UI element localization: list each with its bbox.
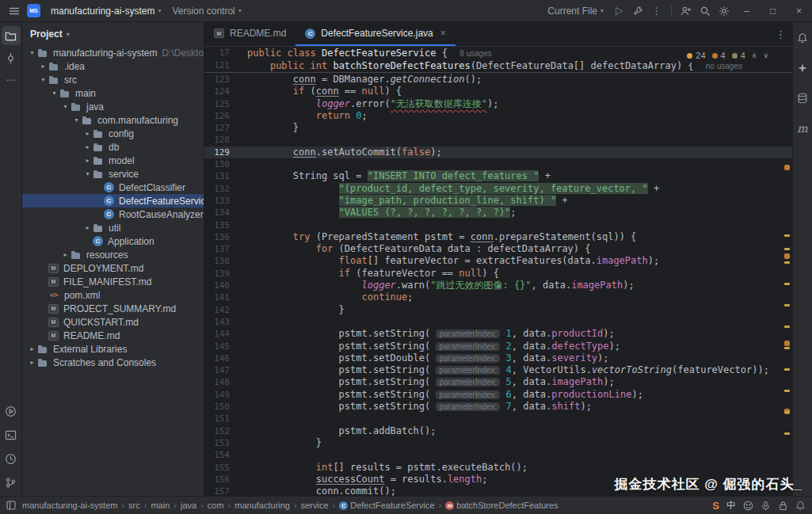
line-number[interactable]: 141	[204, 291, 239, 303]
inspection-count[interactable]: 24	[687, 51, 705, 60]
ime-indicator[interactable]: S	[712, 500, 719, 512]
breadcrumb-com[interactable]: com	[208, 501, 224, 510]
search-icon[interactable]	[696, 2, 715, 21]
tree-item-readme-md[interactable]: MREADME.md	[22, 329, 204, 342]
line-number[interactable]: 153	[204, 437, 239, 449]
more-tool-windows-icon[interactable]: ⋯	[2, 70, 21, 89]
terminal-tool-icon[interactable]	[2, 425, 21, 444]
line-number[interactable]: 139	[204, 268, 239, 280]
code-line-142[interactable]: 142 }	[204, 304, 792, 316]
tree-item-defectclassifier[interactable]: CDefectClassifier	[22, 181, 204, 194]
run-icon[interactable]	[609, 2, 628, 21]
tree-item-rootcauseanalyzer[interactable]: CRootCauseAnalyzer	[22, 208, 204, 221]
tab-options-icon[interactable]: ⋮	[776, 29, 786, 40]
menu-icon[interactable]	[5, 2, 24, 21]
code-line-130[interactable]: 130	[204, 158, 792, 170]
line-number[interactable]: 145	[204, 341, 239, 352]
breadcrumb-manufacturing-ai-system[interactable]: manufacturing-ai-system	[22, 501, 117, 510]
code-line-149[interactable]: 149 pstmt.setString( parameterIndex: 6, …	[204, 389, 792, 401]
code-line-145[interactable]: 145 pstmt.setString( parameterIndex: 2, …	[204, 341, 792, 352]
line-number[interactable]: 133	[204, 195, 239, 207]
tree-item-resources[interactable]: ▸resources	[22, 248, 204, 261]
code-line-155[interactable]: 155 int[] results = pstmt.executeBatch()…	[204, 462, 792, 474]
line-number[interactable]: 150	[204, 401, 239, 413]
line-number[interactable]: 131	[204, 170, 239, 182]
line-number[interactable]: 124	[204, 86, 239, 97]
line-number[interactable]: 146	[204, 352, 239, 364]
code-line-150[interactable]: 150 pstmt.setString( parameterIndex: 7, …	[204, 401, 792, 413]
tree-item-external-libraries[interactable]: ▸External Libraries	[22, 342, 204, 356]
breadcrumb-service[interactable]: service	[301, 501, 329, 510]
tree-item-src[interactable]: ▾src	[22, 73, 204, 86]
code-line-152[interactable]: 152 pstmt.addBatch();	[204, 425, 792, 437]
line-number[interactable]: 143	[204, 316, 239, 328]
services-tool-icon[interactable]	[2, 402, 21, 421]
code-line-124[interactable]: 124 if (conn == null) {	[204, 86, 792, 97]
language-indicator[interactable]: 中	[726, 499, 736, 512]
database-tool-icon[interactable]	[793, 89, 812, 108]
line-number[interactable]: 123	[204, 74, 239, 86]
lock-icon[interactable]	[778, 501, 788, 511]
line-number[interactable]: 17	[204, 47, 239, 59]
chevron-collapsed-icon[interactable]: ▸	[60, 251, 71, 258]
tree-item-model[interactable]: ▸model	[22, 154, 204, 167]
ai-assistant-icon[interactable]	[793, 59, 812, 78]
line-number[interactable]: 151	[204, 413, 239, 425]
code-line-137[interactable]: 137 for (DefectFeatureData data : defect…	[204, 243, 792, 255]
maven-tool-icon[interactable]: m	[793, 119, 812, 138]
next-problem-icon[interactable]: ∨	[763, 51, 768, 59]
chevron-collapsed-icon[interactable]: ▸	[27, 359, 37, 366]
line-number[interactable]: 140	[204, 280, 239, 291]
version-control-selector[interactable]: Version control ▾	[166, 3, 246, 19]
code-line-154[interactable]: 154	[204, 449, 792, 461]
line-number[interactable]: 137	[204, 243, 239, 255]
line-number[interactable]: 148	[204, 376, 239, 388]
chevron-collapsed-icon[interactable]: ▸	[38, 63, 48, 70]
settings-icon[interactable]	[715, 2, 734, 21]
line-number[interactable]: 126	[204, 110, 239, 122]
tree-item-idea[interactable]: ▸.idea	[22, 59, 204, 73]
run-config-selector[interactable]: Current File ▾	[542, 3, 609, 19]
chevron-expanded-icon[interactable]: ▾	[27, 49, 37, 56]
chevron-collapsed-icon[interactable]: ▸	[82, 157, 93, 164]
code-line-140[interactable]: 140 logger.warn("跳过无效的图像: {}", data.imag…	[204, 280, 792, 291]
inspections-widget[interactable]: 2444∧∨	[682, 48, 773, 63]
tree-item-db[interactable]: ▸db	[22, 140, 204, 154]
line-number[interactable]: 130	[204, 158, 239, 170]
line-number[interactable]: 134	[204, 207, 239, 219]
line-number[interactable]: 144	[204, 328, 239, 340]
code-line-135[interactable]: 135	[204, 219, 792, 231]
tree-item-manufacturing-ai-system[interactable]: ▾manufacturing-ai-systemD:\Desktop\openG	[22, 46, 204, 59]
breadcrumb-batchstoredefectfeatures[interactable]: mbatchStoreDefectFeatures	[445, 501, 558, 510]
code-with-me-icon[interactable]	[677, 2, 696, 21]
project-tool-icon[interactable]	[2, 26, 21, 45]
line-number[interactable]: 147	[204, 364, 239, 376]
tree-item-deployment-md[interactable]: MDEPLOYMENT.md	[22, 261, 204, 275]
project-selector[interactable]: manufacturing-ai-system ▾	[45, 3, 166, 19]
line-number[interactable]: 152	[204, 425, 239, 437]
tab-defectfeatureservice-java[interactable]: CDefectFeatureService.java×	[295, 22, 455, 46]
editor-scrollbar[interactable]	[782, 46, 792, 496]
line-number[interactable]: 136	[204, 231, 239, 243]
close-tab-icon[interactable]: ×	[440, 28, 446, 39]
project-view-title[interactable]: Project	[30, 29, 63, 40]
tree-item-main[interactable]: ▾main	[22, 86, 204, 100]
code-line-138[interactable]: 138 float[] featureVector = extractFeatu…	[204, 255, 792, 267]
code-line-125[interactable]: 125 logger.error("无法获取数据库连接");	[204, 98, 792, 110]
tree-item-config[interactable]: ▸config	[22, 127, 204, 140]
line-number[interactable]: 156	[204, 474, 239, 485]
code-line-134[interactable]: 134 "VALUES (?, ?, ?, ?, ?, ?, ?)";	[204, 207, 792, 219]
chevron-down-icon[interactable]: ▾	[67, 31, 70, 38]
code-line-133[interactable]: 133 "image_path, production_line, shift)…	[204, 195, 792, 207]
chevron-collapsed-icon[interactable]: ▸	[82, 130, 93, 137]
tree-item-util[interactable]: ▸util	[22, 221, 204, 234]
tree-item-quickstart-md[interactable]: MQUICKSTART.md	[22, 315, 204, 329]
breadcrumb-defectfeatureservice[interactable]: CDefectFeatureService	[339, 501, 434, 510]
code-line-132[interactable]: 132 "(product_id, defect_type, severity,…	[204, 183, 792, 195]
tree-item-project-summary-md[interactable]: MPROJECT_SUMMARY.md	[22, 302, 204, 315]
code-line-127[interactable]: 127 }	[204, 122, 792, 134]
line-number[interactable]: 129	[204, 147, 239, 158]
code-line-123[interactable]: 123 conn = DBManager.getConnection();	[204, 74, 792, 86]
breadcrumb-java[interactable]: java	[181, 501, 196, 510]
breadcrumb-main[interactable]: main	[151, 501, 170, 510]
